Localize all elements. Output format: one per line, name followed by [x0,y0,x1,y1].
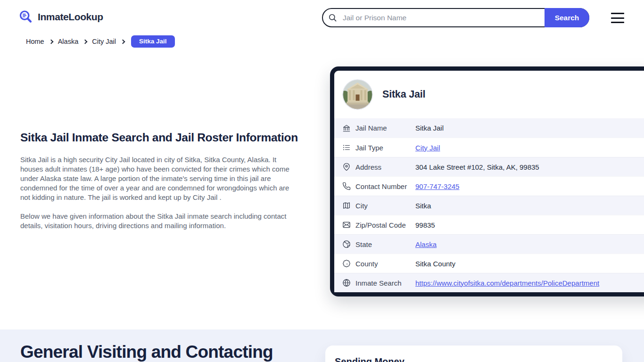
badge-map-icon [342,259,351,268]
visiting-heading: General Visiting and Contacting [20,342,273,362]
table-row: Jail TypeCity Jail [334,138,644,157]
breadcrumb-current-badge: Sitka Jail [131,35,175,48]
search-bar: Search [322,8,589,27]
row-value[interactable]: https://www.cityofsitka.com/departments/… [415,279,599,287]
page-title: Sitka Jail Inmate Search and Jail Roster… [20,131,298,144]
table-row: Inmate Searchhttps://www.cityofsitka.com… [334,273,644,292]
table-row: Zip/Postal Code99835 [334,215,644,234]
breadcrumb-link-alaska[interactable]: Alaska [58,38,79,45]
row-label: County [355,260,415,268]
jail-building-photo [342,79,373,110]
chevron-right-icon [49,39,53,44]
row-label: Inmate Search [355,279,415,287]
row-value[interactable]: 907-747-3245 [415,182,459,190]
sending-money-title: Sending Money [335,356,613,362]
row-label: Jail Name [355,124,415,132]
sending-money-card: Sending Money [325,346,622,362]
table-row: Address304 Lake Street #102, Sitka, AK, … [334,157,644,176]
table-row: CitySitka [334,196,644,215]
logo-search-icon [19,10,33,24]
breadcrumb: HomeAlaskaCity JailSitka Jail [26,36,175,47]
row-value: Sitka Jail [415,124,444,132]
visiting-section: General Visiting and Contacting Sending … [0,329,644,362]
list-icon [342,143,351,152]
breadcrumb-link-home[interactable]: Home [26,38,44,45]
row-label: Jail Type [355,144,415,152]
envelope-icon [342,221,351,229]
row-label: Zip/Postal Code [355,221,415,229]
page: InmateLookup Search HomeAlaskaCity JailS… [0,0,644,362]
globe-grid-icon [342,279,351,287]
menu-icon[interactable] [611,13,624,23]
jail-card-header: Sitka Jail [334,71,644,118]
map-pin-icon [342,163,351,171]
jail-info-table: Jail NameSitka JailJail TypeCity JailAdd… [334,118,644,292]
details-paragraph: Below we have given information about th… [20,212,298,230]
row-value[interactable]: Alaska [415,240,437,248]
table-row: Jail NameSitka Jail [334,118,644,138]
row-label: State [355,240,415,248]
search-button[interactable]: Search [545,8,589,27]
bank-icon [342,124,351,132]
row-label: City [355,202,415,210]
map-icon [342,201,351,210]
chevron-right-icon [121,39,125,44]
row-value: 99835 [415,221,435,229]
row-value: 304 Lake Street #102, Sitka, AK, 99835 [415,163,539,171]
jail-info-card: Sitka Jail Jail NameSitka JailJail TypeC… [330,66,644,296]
brand-logo[interactable]: InmateLookup [19,10,103,24]
row-value: Sitka [415,202,431,210]
table-row: Contact Number907-747-3245 [334,176,644,196]
row-label: Address [355,163,415,171]
intro-paragraph: Sitka Jail is a high security City Jail … [20,155,298,202]
article: Sitka Jail Inmate Search and Jail Roster… [20,131,298,240]
table-row: StateAlaska [334,234,644,254]
row-label: Contact Number [355,182,415,190]
row-value[interactable]: City Jail [415,144,440,152]
globe-icon [342,240,351,248]
row-value: Sitka County [415,260,455,268]
breadcrumb-link-city-jail[interactable]: City Jail [92,38,116,45]
phone-icon [342,182,351,190]
table-row: CountySitka County [334,254,644,273]
chevron-right-icon [83,39,88,44]
brand-name: InmateLookup [38,11,103,23]
jail-card-title: Sitka Jail [382,89,425,100]
